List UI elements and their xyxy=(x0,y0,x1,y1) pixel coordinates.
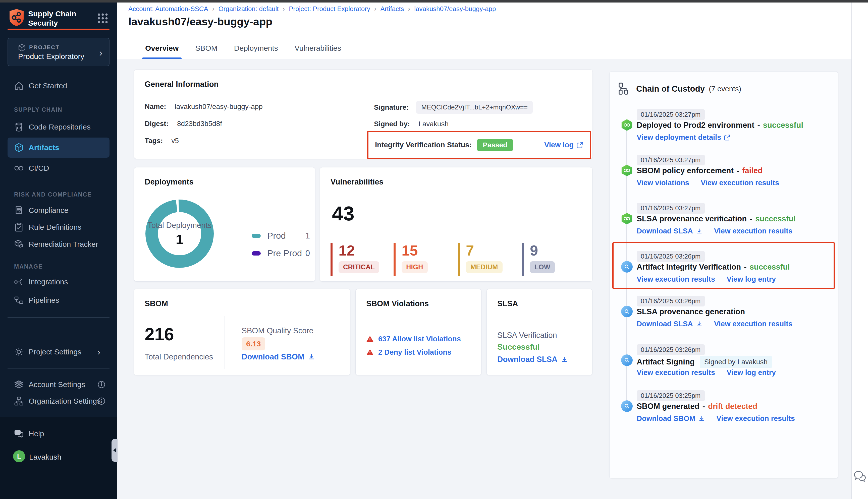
external-link-icon xyxy=(577,142,583,148)
sidebar-item-help[interactable]: ? Help xyxy=(0,425,117,442)
sidebar-item-organization-settings[interactable]: Organization Settings xyxy=(0,393,117,410)
organization-icon xyxy=(14,397,24,406)
brand-accent-divider xyxy=(8,28,109,30)
sbom-quality-label: SBOM Quality Score xyxy=(242,326,313,335)
sidebar-item-code-repositories[interactable]: Code Repositories xyxy=(0,119,117,135)
sidebar-item-rule-definitions[interactable]: Rule Definitions xyxy=(0,219,117,235)
project-label: PROJECT xyxy=(29,44,60,51)
sidebar-item-ci-cd[interactable]: CI/CD xyxy=(0,160,117,177)
deny-list-violations-link[interactable]: 2 Deny list Violations xyxy=(366,348,451,356)
view-execution-results-link[interactable]: View execution results xyxy=(716,414,795,423)
card-title: SBOM Violations xyxy=(366,299,429,308)
scan-event-icon xyxy=(621,306,633,317)
breadcrumb-artifact-name[interactable]: lavakush07/easy-buggy-app xyxy=(414,5,496,13)
remediation-cube-tag-icon xyxy=(14,240,24,249)
chain-of-custody-title: Chain of Custody xyxy=(636,84,705,94)
project-selector[interactable]: PROJECT Product Exploratory › xyxy=(8,38,109,66)
sidebar-item-get-started[interactable]: Get Started xyxy=(0,77,117,94)
sidebar-item-account-settings[interactable]: Account Settings xyxy=(0,376,117,393)
vulnerabilities-card: Vulnerabilities 43 12 CRITICAL 15 HIGH 7… xyxy=(320,167,592,282)
external-link-icon xyxy=(724,135,730,141)
download-slsa-link[interactable]: Download SLSA xyxy=(637,227,702,235)
event-timestamp: 01/16/2025 03:27pm xyxy=(637,203,705,214)
download-slsa-link[interactable]: Download SLSA xyxy=(497,355,568,364)
gear-icon xyxy=(14,348,24,356)
tab-overview[interactable]: Overview xyxy=(145,37,179,59)
user-avatar[interactable]: L xyxy=(13,450,25,462)
view-execution-results-link[interactable]: View execution results xyxy=(714,227,792,235)
signed-by-badge: Signed by Lavakush xyxy=(700,356,772,368)
view-execution-results-link[interactable]: View execution results xyxy=(637,275,715,283)
view-execution-results-link[interactable]: View execution results xyxy=(637,368,715,377)
home-icon xyxy=(14,81,24,90)
tab-deployments[interactable]: Deployments xyxy=(234,37,278,59)
severity-bar xyxy=(458,243,460,276)
view-log-entry-link[interactable]: View log entry xyxy=(727,368,776,377)
event-title: Artifact Signing xyxy=(637,357,695,366)
breadcrumb-separator: › xyxy=(374,5,376,13)
card-title: SLSA xyxy=(497,299,518,308)
tab-vulnerabilities[interactable]: Vulnerabilities xyxy=(294,37,341,59)
tab-sbom[interactable]: SBOM xyxy=(195,37,217,59)
sidebar-item-pipelines[interactable]: Pipelines xyxy=(0,292,117,308)
view-execution-results-link[interactable]: View execution results xyxy=(714,320,792,328)
breadcrumb-artifacts[interactable]: Artifacts xyxy=(381,5,404,13)
sidebar-item-artifacts[interactable]: Artifacts xyxy=(8,137,109,158)
view-violations-link[interactable]: View violations xyxy=(637,179,689,187)
sidebar-item-project-settings[interactable]: Project Settings › xyxy=(0,344,117,360)
view-log-entry-link[interactable]: View log entry xyxy=(727,275,776,283)
download-sbom-link[interactable]: Download SBOM xyxy=(242,352,315,362)
supply-chain-security-logo-icon xyxy=(9,9,25,27)
module-grid-icon[interactable] xyxy=(97,13,108,24)
section-label-supply-chain: SUPPLY CHAIN xyxy=(14,107,109,113)
help-chat-bubble-icon[interactable] xyxy=(854,470,867,483)
digest-row: Digest: 8d23bd3b5d8f xyxy=(145,120,222,128)
event-status: successful xyxy=(749,263,789,271)
sidebar: Supply Chain Security PROJECT Product Ex… xyxy=(0,0,117,499)
code-repository-icon xyxy=(14,122,24,132)
vulnerabilities-total: 43 xyxy=(332,202,354,225)
sbom-quality-score: 6.13 xyxy=(242,337,265,350)
sidebar-collapse-handle[interactable] xyxy=(111,439,118,462)
vertical-divider xyxy=(366,97,366,150)
event-status: drift detected xyxy=(708,402,757,411)
event-title: Deployed to Prod2 environment xyxy=(637,121,755,130)
event-status: successful xyxy=(763,121,803,130)
status-badge-passed: Passed xyxy=(477,139,513,151)
svg-text:?: ? xyxy=(17,431,19,435)
sidebar-item-compliance[interactable]: Compliance xyxy=(0,202,117,219)
download-icon xyxy=(308,353,315,361)
help-chat-icon: ? xyxy=(14,429,24,438)
sbom-violations-card: SBOM Violations 637 Allow list Violation… xyxy=(355,289,481,375)
event-status: successful xyxy=(755,214,795,223)
sidebar-item-remediation-tracker[interactable]: Remediation Tracker xyxy=(0,236,117,253)
download-slsa-link[interactable]: Download SLSA xyxy=(637,320,702,328)
download-icon xyxy=(696,228,702,234)
view-execution-results-link[interactable]: View execution results xyxy=(701,179,779,187)
collapse-arrow-icon xyxy=(113,448,116,453)
card-title: SBOM xyxy=(145,299,168,308)
event-title: SLSA provenance verification xyxy=(637,214,747,223)
signature-value: MEQCICde2VjIT...bL+2+mqnOXw== xyxy=(416,101,532,114)
info-icon xyxy=(97,397,106,405)
view-log-link[interactable]: View log xyxy=(544,141,583,149)
card-title: General Information xyxy=(145,80,219,89)
severity-bar xyxy=(330,243,333,276)
download-sbom-link[interactable]: Download SBOM xyxy=(637,414,705,423)
scan-event-icon xyxy=(621,354,633,366)
sbom-card: SBOM 216 Total Dependencies SBOM Quality… xyxy=(134,289,350,375)
event-status: failed xyxy=(742,166,762,175)
breadcrumb-organization[interactable]: Organization: default xyxy=(218,5,279,13)
breadcrumb-project[interactable]: Project: Product Exploratory xyxy=(289,5,370,13)
breadcrumb-account[interactable]: Account: Automation-SSCA xyxy=(128,5,208,13)
sidebar-item-integrations[interactable]: Integrations xyxy=(0,273,117,290)
pipeline-event-icon xyxy=(621,119,633,131)
user-name[interactable]: Lavakush xyxy=(29,453,61,461)
severity-medium: 7 MEDIUM xyxy=(458,243,503,276)
section-label-manage: MANAGE xyxy=(14,263,109,270)
allow-list-violations-link[interactable]: 637 Allow list Violations xyxy=(366,335,461,343)
sidebar-divider xyxy=(8,368,109,369)
view-deployment-details-link[interactable]: View deployment details xyxy=(637,133,730,142)
card-title: Deployments xyxy=(145,178,194,186)
severity-bar xyxy=(394,243,396,276)
